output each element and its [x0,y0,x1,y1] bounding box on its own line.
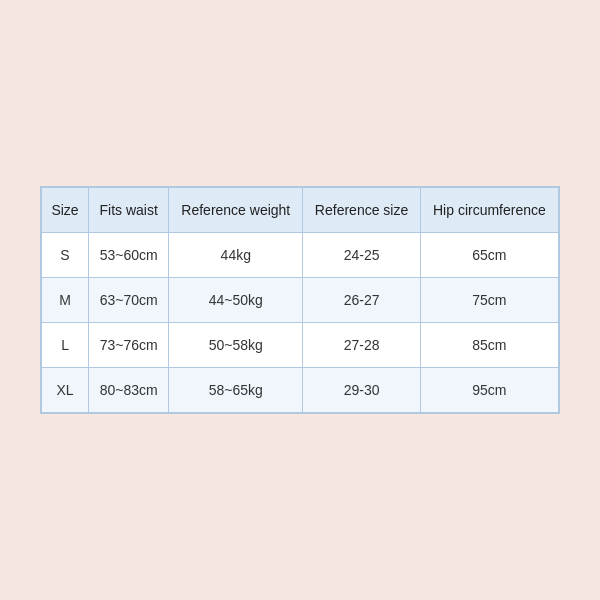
column-header: Hip circumference [420,188,558,233]
table-cell: 80~83cm [89,368,169,413]
table-cell: 63~70cm [89,278,169,323]
table-row: L73~76cm50~58kg27-2885cm [42,323,559,368]
table-cell: L [42,323,89,368]
table-cell: 75cm [420,278,558,323]
table-cell: 27-28 [303,323,420,368]
table-cell: 85cm [420,323,558,368]
size-chart-table: SizeFits waistReference weightReference … [41,187,559,413]
table-row: S53~60cm44kg24-2565cm [42,233,559,278]
table-row: XL80~83cm58~65kg29-3095cm [42,368,559,413]
table-cell: 29-30 [303,368,420,413]
table-row: M63~70cm44~50kg26-2775cm [42,278,559,323]
column-header: Reference size [303,188,420,233]
table-cell: 95cm [420,368,558,413]
table-cell: 58~65kg [169,368,303,413]
column-header: Fits waist [89,188,169,233]
table-cell: 65cm [420,233,558,278]
table-cell: S [42,233,89,278]
table-cell: 53~60cm [89,233,169,278]
column-header: Size [42,188,89,233]
table-cell: 24-25 [303,233,420,278]
table-cell: 26-27 [303,278,420,323]
table-cell: 44kg [169,233,303,278]
table-cell: XL [42,368,89,413]
table-cell: M [42,278,89,323]
table-cell: 44~50kg [169,278,303,323]
table-cell: 73~76cm [89,323,169,368]
table-cell: 50~58kg [169,323,303,368]
size-chart-container: SizeFits waistReference weightReference … [40,186,560,414]
table-header-row: SizeFits waistReference weightReference … [42,188,559,233]
column-header: Reference weight [169,188,303,233]
